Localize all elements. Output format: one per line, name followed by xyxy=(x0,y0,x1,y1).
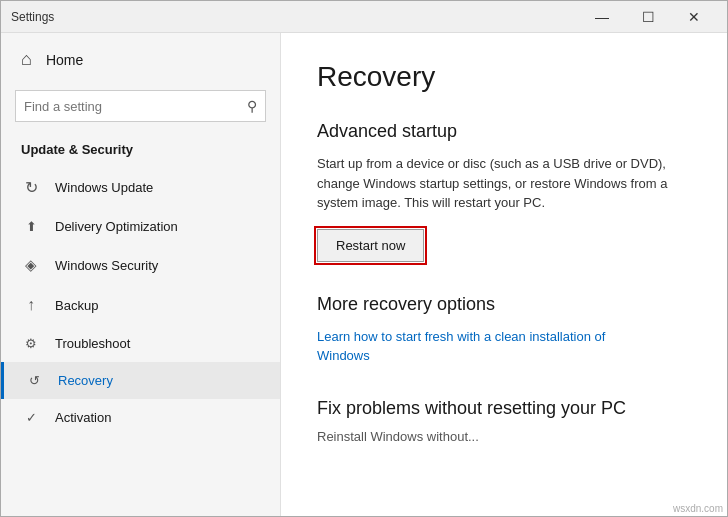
content-area: ⌂ Home ⚲ Update & Security ↻ Windows Upd… xyxy=(1,33,727,516)
restart-now-button[interactable]: Restart now xyxy=(317,229,424,262)
window-controls: — ☐ ✕ xyxy=(579,1,717,33)
sidebar-item-activation[interactable]: ✓ Activation xyxy=(1,399,280,436)
sidebar-section-title: Update & Security xyxy=(1,134,280,167)
troubleshoot-icon: ⚙ xyxy=(21,336,41,351)
title-bar: Settings — ☐ ✕ xyxy=(1,1,727,33)
recovery-icon: ↺ xyxy=(24,373,44,388)
maximize-button[interactable]: ☐ xyxy=(625,1,671,33)
activation-icon: ✓ xyxy=(21,410,41,425)
window-title: Settings xyxy=(11,10,579,24)
minimize-button[interactable]: — xyxy=(579,1,625,33)
sidebar-item-troubleshoot[interactable]: ⚙ Troubleshoot xyxy=(1,325,280,362)
clean-install-link[interactable]: Learn how to start fresh with a clean in… xyxy=(317,327,657,366)
delivery-optimization-icon: ⬆ xyxy=(21,219,41,234)
more-recovery-heading: More recovery options xyxy=(317,294,691,315)
backup-label: Backup xyxy=(55,298,98,313)
search-box: ⚲ xyxy=(15,90,266,122)
close-button[interactable]: ✕ xyxy=(671,1,717,33)
windows-update-icon: ↻ xyxy=(21,178,41,197)
sidebar: ⌂ Home ⚲ Update & Security ↻ Windows Upd… xyxy=(1,33,281,516)
windows-security-icon: ◈ xyxy=(21,256,41,274)
advanced-startup-description: Start up from a device or disc (such as … xyxy=(317,154,691,213)
home-label: Home xyxy=(46,52,83,68)
activation-label: Activation xyxy=(55,410,111,425)
search-icon: ⚲ xyxy=(247,98,257,114)
sidebar-item-recovery[interactable]: ↺ Recovery xyxy=(1,362,280,399)
fix-problems-description: Reinstall Windows without... xyxy=(317,427,691,447)
advanced-startup-heading: Advanced startup xyxy=(317,121,691,142)
troubleshoot-label: Troubleshoot xyxy=(55,336,130,351)
sidebar-item-delivery-optimization[interactable]: ⬆ Delivery Optimization xyxy=(1,208,280,245)
sidebar-item-home[interactable]: ⌂ Home xyxy=(1,33,280,86)
settings-window: Settings — ☐ ✕ ⌂ Home ⚲ Update & Securit… xyxy=(0,0,728,517)
main-content: Recovery Advanced startup Start up from … xyxy=(281,33,727,516)
sidebar-item-windows-security[interactable]: ◈ Windows Security xyxy=(1,245,280,285)
fix-problems-heading: Fix problems without resetting your PC xyxy=(317,398,691,419)
backup-icon: ↑ xyxy=(21,296,41,314)
windows-security-label: Windows Security xyxy=(55,258,158,273)
delivery-optimization-label: Delivery Optimization xyxy=(55,219,178,234)
page-title: Recovery xyxy=(317,61,691,93)
recovery-label: Recovery xyxy=(58,373,113,388)
sidebar-item-windows-update[interactable]: ↻ Windows Update xyxy=(1,167,280,208)
sidebar-item-backup[interactable]: ↑ Backup xyxy=(1,285,280,325)
search-input[interactable] xyxy=(24,99,247,114)
home-icon: ⌂ xyxy=(21,49,32,70)
windows-update-label: Windows Update xyxy=(55,180,153,195)
